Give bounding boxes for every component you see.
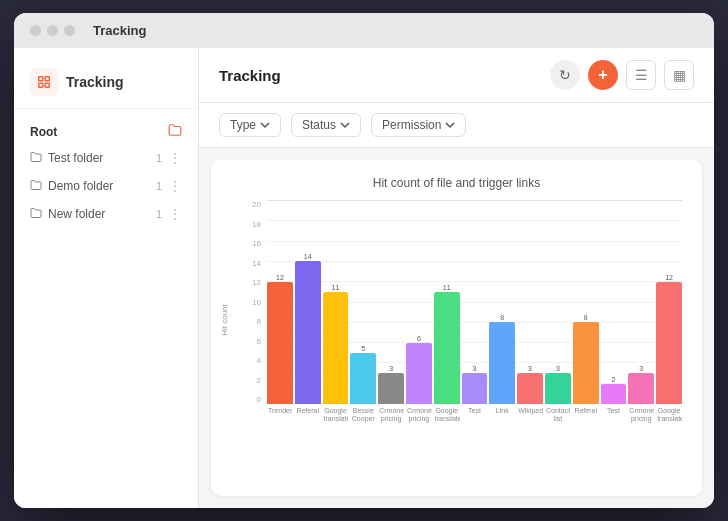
grid-view-button[interactable]: ▦ <box>664 60 694 90</box>
filter-status[interactable]: Status <box>291 113 361 137</box>
sidebar-header: Tracking <box>14 60 198 109</box>
bar-label-14: Google translate <box>656 407 682 424</box>
bar-rect-5[interactable] <box>406 343 432 404</box>
svg-rect-1 <box>45 77 49 81</box>
bar-group-5: 6 <box>406 200 432 404</box>
folder-icon-3 <box>30 207 42 222</box>
sidebar-item-count-2: 1 <box>156 180 162 192</box>
bar-group-11: 8 <box>573 200 599 404</box>
bar-label-2: Google translate <box>323 407 349 424</box>
sidebar-item-demo-folder[interactable]: Demo folder 1 ⋮ <box>14 172 198 200</box>
bar-rect-4[interactable] <box>378 373 404 404</box>
bar-rect-6[interactable] <box>434 292 460 404</box>
bar-label-0: Trender <box>267 407 293 415</box>
bar-label-12: Test <box>601 407 627 415</box>
app-layout: Tracking Root Test folder 1 ⋮ <box>14 48 714 508</box>
sidebar-item-test-folder[interactable]: Test folder 1 ⋮ <box>14 144 198 172</box>
sidebar-item-dots-2[interactable]: ⋮ <box>168 178 182 194</box>
sidebar-item-dots-3[interactable]: ⋮ <box>168 206 182 222</box>
bar-label-3: Bessie Cooper <box>350 407 376 424</box>
bar-value-13: 3 <box>639 365 643 372</box>
main-title: Tracking <box>219 67 281 84</box>
main-header: Tracking ↻ + ☰ ▦ <box>199 48 714 103</box>
sidebar-item-new-folder[interactable]: New folder 1 ⋮ <box>14 200 198 228</box>
bar-rect-10[interactable] <box>545 373 571 404</box>
bar-rect-14[interactable] <box>656 282 682 404</box>
bar-value-2: 11 <box>332 284 340 291</box>
sidebar-item-label-2: Demo folder <box>48 179 150 193</box>
browser-titlebar: Tracking <box>14 13 714 48</box>
y-label-6: 6 <box>231 337 265 346</box>
browser-dot-3 <box>64 25 75 36</box>
y-label-8: 8 <box>231 317 265 326</box>
bar-value-10: 3 <box>556 365 560 372</box>
bar-label-11: Referal <box>573 407 599 415</box>
bar-rect-7[interactable] <box>462 373 488 404</box>
bar-group-3: 5 <box>350 200 376 404</box>
bar-group-6: 11 <box>434 200 460 404</box>
y-axis-title: Hit count <box>220 304 229 336</box>
folder-icon-1 <box>30 151 42 166</box>
main-content: Tracking ↻ + ☰ ▦ Type Status Pe <box>199 48 714 508</box>
browser-dot-2 <box>47 25 58 36</box>
chart-area: Hit count of file and trigger links 0 2 … <box>211 160 702 496</box>
y-label-14: 14 <box>231 259 265 268</box>
bar-label-1: Referal <box>295 407 321 415</box>
sidebar-root[interactable]: Root <box>14 117 198 144</box>
bar-rect-3[interactable] <box>350 353 376 404</box>
bar-label-7: Test <box>462 407 488 415</box>
svg-rect-2 <box>39 83 43 87</box>
sidebar-icon <box>30 68 58 96</box>
y-label-18: 18 <box>231 220 265 229</box>
filters-bar: Type Status Permission <box>199 103 714 148</box>
bar-label-8: Link <box>489 407 515 415</box>
bar-rect-0[interactable] <box>267 282 293 404</box>
svg-rect-0 <box>39 77 43 81</box>
bar-group-1: 14 <box>295 200 321 404</box>
bar-value-12: 2 <box>612 376 616 383</box>
sidebar-item-count-1: 1 <box>156 152 162 164</box>
bar-rect-9[interactable] <box>517 373 543 404</box>
bar-rect-1[interactable] <box>295 261 321 404</box>
bar-rect-8[interactable] <box>489 322 515 404</box>
list-view-button[interactable]: ☰ <box>626 60 656 90</box>
bar-label-9: Wikipedia <box>517 407 543 415</box>
bar-value-0: 12 <box>276 274 284 281</box>
bar-group-10: 3 <box>545 200 571 404</box>
sidebar-item-label-3: New folder <box>48 207 150 221</box>
bar-value-14: 12 <box>665 274 673 281</box>
header-actions: ↻ + ☰ ▦ <box>550 60 694 90</box>
bar-value-5: 6 <box>417 335 421 342</box>
bar-value-7: 3 <box>473 365 477 372</box>
filter-permission[interactable]: Permission <box>371 113 466 137</box>
bar-value-11: 8 <box>584 314 588 321</box>
filter-type[interactable]: Type <box>219 113 281 137</box>
bar-group-13: 3 <box>628 200 654 404</box>
add-button[interactable]: + <box>588 60 618 90</box>
y-label-10: 10 <box>231 298 265 307</box>
bar-rect-2[interactable] <box>323 292 349 404</box>
bar-group-2: 11 <box>323 200 349 404</box>
bar-rect-11[interactable] <box>573 322 599 404</box>
sidebar-item-dots-1[interactable]: ⋮ <box>168 150 182 166</box>
y-label-12: 12 <box>231 278 265 287</box>
bar-rect-13[interactable] <box>628 373 654 404</box>
browser-window: Tracking Tracking Root <box>14 13 714 508</box>
bar-value-8: 8 <box>500 314 504 321</box>
y-label-4: 4 <box>231 356 265 365</box>
sidebar-item-count-3: 1 <box>156 208 162 220</box>
browser-title: Tracking <box>93 23 146 38</box>
bar-group-9: 3 <box>517 200 543 404</box>
bar-value-3: 5 <box>361 345 365 352</box>
bar-group-0: 12 <box>267 200 293 404</box>
sidebar-item-label-1: Test folder <box>48 151 150 165</box>
bar-rect-12[interactable] <box>601 384 627 404</box>
browser-dot-1 <box>30 25 41 36</box>
bar-group-14: 12 <box>656 200 682 404</box>
y-label-2: 2 <box>231 376 265 385</box>
bar-group-8: 8 <box>489 200 515 404</box>
bar-group-12: 2 <box>601 200 627 404</box>
bar-group-7: 3 <box>462 200 488 404</box>
bar-value-9: 3 <box>528 365 532 372</box>
refresh-button[interactable]: ↻ <box>550 60 580 90</box>
